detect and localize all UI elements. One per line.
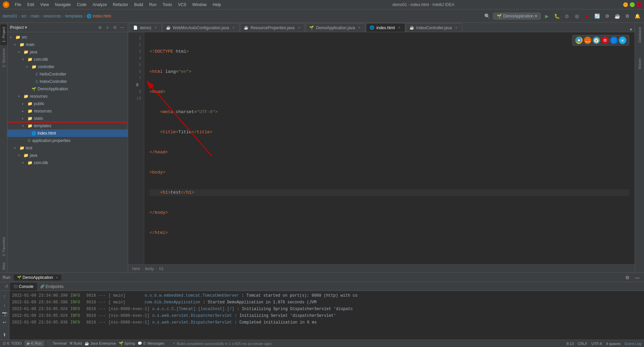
minimize-button[interactable]: − xyxy=(623,2,628,7)
tree-main[interactable]: ▾ 📁 main xyxy=(7,41,128,48)
tree-controller[interactable]: ▾ 📁 controller xyxy=(7,63,128,70)
breadcrumb-demo01[interactable]: demo01 xyxy=(3,14,17,18)
spring-tab[interactable]: 🌱 Spring xyxy=(119,341,135,346)
breadcrumb-src[interactable]: src xyxy=(21,14,26,18)
menu-view[interactable]: View xyxy=(38,2,52,8)
run-panel-settings-button[interactable]: ⚙ xyxy=(623,274,631,282)
sdk-button[interactable]: ☕ xyxy=(613,12,621,20)
panel-gear-button[interactable]: ⚙ xyxy=(112,24,118,31)
breadcrumb-resources[interactable]: resources xyxy=(43,14,61,18)
breadcrumb-main[interactable]: main xyxy=(31,14,39,18)
notifications-button[interactable]: 🔔 xyxy=(633,12,641,20)
close-button[interactable]: × xyxy=(637,2,641,7)
profile-button[interactable]: ◎ xyxy=(573,12,581,20)
build-button[interactable]: ⚙ xyxy=(603,12,611,20)
search-everywhere-button[interactable]: 🔍 xyxy=(483,12,491,20)
panel-minimize-button[interactable]: — xyxy=(119,24,125,31)
run-endpoints-tab[interactable]: 🔗 Endpoints xyxy=(37,283,67,291)
run-app-close[interactable]: × xyxy=(56,276,58,280)
run-status-tab[interactable]: ▶ 4: Run xyxy=(24,341,44,346)
debug-button[interactable]: 🐛 xyxy=(553,12,561,20)
tree-static[interactable]: ▸ 📁 static xyxy=(7,115,128,122)
tab-ResourceProperties[interactable]: ☕ ResourceProperties.java × xyxy=(240,23,305,32)
menu-build[interactable]: Build xyxy=(131,2,146,8)
run-sort-button[interactable]: ⬆ xyxy=(1,331,8,338)
menu-help[interactable]: Help xyxy=(210,2,224,8)
tree-com-blb[interactable]: ▾ 📁 com.blb xyxy=(7,56,128,63)
run-panel-minimize-button[interactable]: — xyxy=(633,274,641,282)
browser-ie-icon[interactable]: e xyxy=(619,37,626,44)
maximize-button[interactable]: □ xyxy=(630,2,635,7)
run-rerun-button[interactable]: ↺ xyxy=(3,283,10,290)
browser-edge-icon[interactable]: 🌀 xyxy=(610,37,618,44)
project-panel-tab[interactable]: 1: Project xyxy=(0,24,7,45)
build-tab[interactable]: ⚒ Build xyxy=(69,341,82,346)
browser-opera-icon[interactable]: O xyxy=(601,37,609,44)
tab-close-webmvc[interactable]: × xyxy=(231,26,236,30)
tree-java-test[interactable]: ▾ 📁 java xyxy=(7,152,128,159)
run-with-coverage-button[interactable]: ⊙ xyxy=(563,12,571,20)
menu-edit[interactable]: Edit xyxy=(24,2,37,8)
tree-templates[interactable]: ▾ 📁 templates xyxy=(7,122,128,130)
breadcrumb-templates[interactable]: templates xyxy=(65,14,83,18)
structure-panel-tab[interactable]: 2: Structure xyxy=(0,46,7,70)
tab-IndexController[interactable]: ☕ IndexController.java × xyxy=(406,23,462,32)
tab-close-demo[interactable]: × xyxy=(153,26,158,30)
web-tab[interactable]: Web xyxy=(0,260,7,272)
tree-HelloController[interactable]: C HelloController xyxy=(7,70,128,78)
tree-application-properties[interactable]: ⚙ application.properties xyxy=(7,137,128,144)
run-up-button[interactable]: ↑ xyxy=(1,292,8,300)
stop-button[interactable]: ■ xyxy=(583,12,591,20)
maven-panel-tab[interactable]: Maven xyxy=(636,55,643,72)
terminal-tab[interactable]: ⬛ Terminal xyxy=(47,341,66,346)
browser-firefox-icon[interactable]: 🦊 xyxy=(584,37,591,44)
tree-com-blb-test[interactable]: ▾ 📁 com.blb xyxy=(7,159,128,166)
code-area[interactable]: <!DOCTYPE html> <html lang="en"> <head> … xyxy=(144,32,635,264)
menu-navigate[interactable]: Navigate xyxy=(52,2,73,8)
java-enterprise-tab[interactable]: ☕ Java Enterprise xyxy=(85,341,116,346)
todo-tab[interactable]: ☑ 6: TODO xyxy=(3,341,22,346)
panel-locate-button[interactable]: ⊕ xyxy=(97,24,103,31)
database-panel-tab[interactable]: Database xyxy=(636,24,643,45)
menu-analyze[interactable]: Analyze xyxy=(90,2,110,8)
tree-resources[interactable]: ▾ 📁 resources xyxy=(7,93,128,100)
tab-index-html[interactable]: 🌐 index.html × xyxy=(366,23,405,32)
tree-resources-sub[interactable]: ▸ 📁 resources xyxy=(7,107,128,115)
tab-close-indexcontroller[interactable]: × xyxy=(454,26,459,30)
favorites-tab[interactable]: 2: Favorites xyxy=(0,234,7,259)
tab-close-demoapplication[interactable]: × xyxy=(357,26,362,30)
tree-public[interactable]: ▸ 📁 public xyxy=(7,100,128,107)
tree-index-html[interactable]: 🌐 index.html xyxy=(7,130,128,137)
run-app-tab[interactable]: 🌱 DemoApplication × xyxy=(14,275,61,281)
tab-DemoApplication[interactable]: 🌱 DemoApplication.java × xyxy=(306,23,365,32)
run-button[interactable]: ▶ xyxy=(543,12,551,20)
run-down-button[interactable]: ↓ xyxy=(1,301,8,308)
breadcrumb-file[interactable]: 🌐 index.html xyxy=(87,14,111,18)
menu-file[interactable]: File xyxy=(12,2,24,8)
tab-demo[interactable]: 📄 demo) × xyxy=(129,23,162,32)
browser-chrome-icon[interactable] xyxy=(575,37,583,44)
menu-window[interactable]: Window xyxy=(190,2,209,8)
tree-IndexController[interactable]: C IndexController xyxy=(7,78,128,85)
menu-run[interactable]: Run xyxy=(147,2,159,8)
tab-WebMvcAutoConfiguration[interactable]: ☕ WebMvcAutoConfiguration.java × xyxy=(162,23,239,32)
tab-close-index[interactable]: × xyxy=(397,26,401,30)
menu-tools[interactable]: Tools xyxy=(160,2,175,8)
sync-button[interactable]: 🔄 xyxy=(593,12,601,20)
run-camera-button[interactable]: 📷 xyxy=(1,310,8,317)
run-wrap-button[interactable]: ↩ xyxy=(1,318,8,326)
editor-tabs-chevron[interactable]: ▾ xyxy=(630,27,635,32)
menu-code[interactable]: Code xyxy=(74,2,89,8)
tree-src[interactable]: ▾ 📁 src xyxy=(7,34,128,41)
run-config-selector[interactable]: 🌱 DemoApplication ▾ xyxy=(493,13,541,19)
tree-test[interactable]: ▾ 📁 test xyxy=(7,144,128,152)
panel-settings-button[interactable]: ≡ xyxy=(104,24,110,31)
tree-java[interactable]: ▾ 📁 java xyxy=(7,48,128,56)
tree-DemoApplication[interactable]: 🌱 DemoApplication xyxy=(7,85,128,93)
tab-close-resourceprops[interactable]: × xyxy=(297,26,301,30)
browser-safari-icon[interactable]: 🧭 xyxy=(593,37,600,44)
settings-button[interactable]: ⚙ xyxy=(623,12,631,20)
menu-vcs[interactable]: VCS xyxy=(175,2,189,8)
menu-refactor[interactable]: Refactor xyxy=(110,2,131,8)
messages-tab[interactable]: 💬 0: Messages xyxy=(138,341,164,346)
